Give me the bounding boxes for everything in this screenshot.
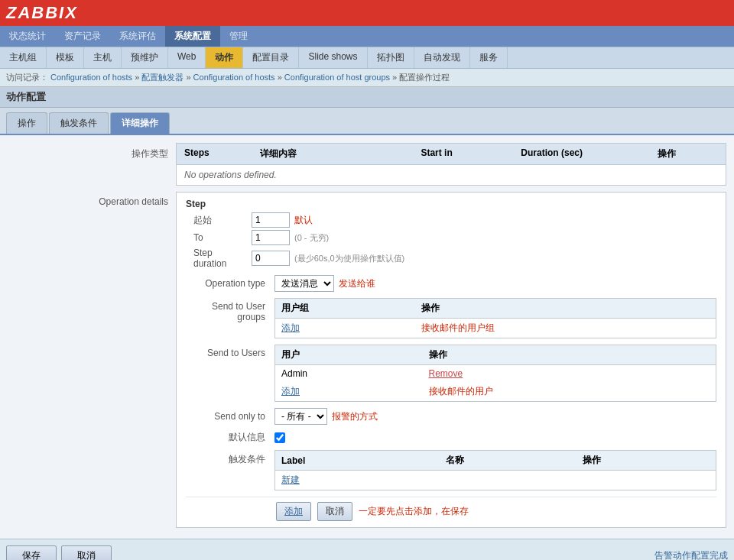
nav-discovery[interactable]: 自动发现 <box>414 47 470 68</box>
success-hint: 告警动作配置完成 <box>654 549 728 560</box>
users-add-link[interactable]: 添加 <box>281 386 300 397</box>
bottom-area: 保存 取消 告警动作配置完成 <box>0 539 734 560</box>
top-nav-status[interactable]: 状态统计 <box>0 26 55 47</box>
nav-web[interactable]: Web <box>168 47 206 68</box>
header: ZABBIX <box>0 0 734 26</box>
breadcrumb-link-4[interactable]: Configuration of host groups <box>284 73 390 82</box>
step-duration-hint: (最少60s,0为使用操作默认值) <box>294 253 404 264</box>
cond-col1: Label <box>275 451 440 471</box>
table-row: 添加 接收邮件的用户 <box>275 382 716 402</box>
cancel-button[interactable]: 取消 <box>61 545 112 560</box>
user-admin: Admin <box>275 365 423 383</box>
save-button[interactable]: 保存 <box>6 545 57 560</box>
second-nav: 主机组 模板 主机 预维护 Web 动作 配置目录 Slide shows 拓扑… <box>0 47 734 69</box>
top-nav: 状态统计 资产记录 系统评估 系统配置 管理 <box>0 26 734 47</box>
default-msg-checkbox[interactable] <box>274 432 285 443</box>
op-type-hint: 发送给谁 <box>339 277 375 290</box>
user-remove-link[interactable]: Remove <box>429 368 463 379</box>
logo: ZABBIX <box>6 3 78 23</box>
cond-col3: 操作 <box>576 451 716 471</box>
breadcrumb-prefix: 访问记录： <box>6 73 48 82</box>
default-msg-label: 默认信息 <box>186 431 270 444</box>
nav-hosts[interactable]: 主机 <box>84 47 122 68</box>
table-row: Admin Remove <box>275 365 716 383</box>
send-only-label: Send only to <box>186 411 270 422</box>
send-only-hint: 报警的方式 <box>332 410 378 423</box>
cond-col2: 名称 <box>440 451 577 471</box>
step-to-hint: (0 - 无穷) <box>294 232 329 244</box>
top-nav-sysconfig[interactable]: 系统配置 <box>165 26 220 47</box>
step-start-input[interactable] <box>252 212 290 228</box>
ops-col-duration: Duration (sec) <box>513 144 649 164</box>
step-duration-label: Step duration <box>193 248 247 269</box>
breadcrumb-current: 配置操作过程 <box>399 73 450 82</box>
cond-new-link[interactable]: 新建 <box>281 474 300 485</box>
groups-hint: 接收邮件的用户组 <box>421 322 495 333</box>
nav-host-groups[interactable]: 主机组 <box>0 47 47 68</box>
add-hint: 一定要先点击添加，在保存 <box>359 505 469 518</box>
ops-col-detail: 详细内容 <box>252 144 413 164</box>
ops-type-label: 操作类型 <box>8 143 176 160</box>
tab-actions[interactable]: 操作 <box>6 112 47 134</box>
add-btn[interactable]: 添加 <box>276 502 311 521</box>
nav-config-dir[interactable]: 配置目录 <box>243 47 299 68</box>
groups-col1: 用户组 <box>275 299 416 319</box>
nav-topology[interactable]: 拓扑图 <box>368 47 414 68</box>
top-nav-assess[interactable]: 系统评估 <box>110 26 165 47</box>
step-to-input[interactable] <box>252 230 290 245</box>
nav-templates[interactable]: 模板 <box>47 47 84 68</box>
nav-slideshows[interactable]: Slide shows <box>299 47 367 68</box>
op-details-label: Operation details <box>8 192 176 207</box>
send-only-select[interactable]: - 所有 - <box>274 408 327 425</box>
step-start-label: 起始 <box>193 214 247 227</box>
breadcrumb: 访问记录： Configuration of hosts » 配置触发器 » C… <box>0 69 734 87</box>
step-to-label: To <box>193 232 247 243</box>
nav-actions[interactable]: 动作 <box>206 47 243 68</box>
breadcrumb-link-3[interactable]: Configuration of hosts <box>193 73 275 82</box>
step-label: Step <box>186 199 716 209</box>
conditions-label: 触发条件 <box>186 450 270 466</box>
breadcrumb-link-2[interactable]: 配置触发器 <box>141 73 184 82</box>
groups-add-link[interactable]: 添加 <box>281 322 300 333</box>
ops-empty-msg: No operations defined. <box>177 165 726 185</box>
top-nav-assets[interactable]: 资产记录 <box>55 26 110 47</box>
ops-col-action: 操作 <box>650 144 726 164</box>
step-duration-input[interactable] <box>252 251 290 266</box>
users-hint: 接收邮件的用户 <box>429 386 493 397</box>
page-title: 动作配置 <box>0 87 734 108</box>
send-users-label: Send to Users <box>186 345 270 358</box>
groups-col2: 操作 <box>415 299 716 319</box>
tabs: 操作 触发条件 详细操作 <box>0 108 734 135</box>
step-start-hint: 默认 <box>294 214 313 227</box>
users-col2: 操作 <box>423 345 716 365</box>
cancel-op-btn[interactable]: 取消 <box>317 502 352 521</box>
send-groups-label: Send to User groups <box>186 298 270 322</box>
ops-col-steps: Steps <box>177 144 252 164</box>
tab-trigger-conditions[interactable]: 触发条件 <box>49 112 109 134</box>
top-nav-admin[interactable]: 管理 <box>220 26 257 47</box>
users-col1: 用户 <box>275 345 423 365</box>
breadcrumb-link-1[interactable]: Configuration of hosts <box>50 73 132 82</box>
op-type-select[interactable]: 发送消息 <box>274 275 334 292</box>
table-row: 新建 <box>275 471 716 490</box>
nav-maintenance[interactable]: 预维护 <box>122 47 168 68</box>
bottom-left: 保存 取消 <box>6 545 112 560</box>
op-type-label: Operation type <box>186 278 270 289</box>
page-content: 操作类型 Steps 详细内容 Start in Duration (sec) … <box>0 135 734 539</box>
nav-service[interactable]: 服务 <box>470 47 508 68</box>
ops-col-startin: Start in <box>413 144 513 164</box>
tab-detail-ops[interactable]: 详细操作 <box>110 112 170 134</box>
